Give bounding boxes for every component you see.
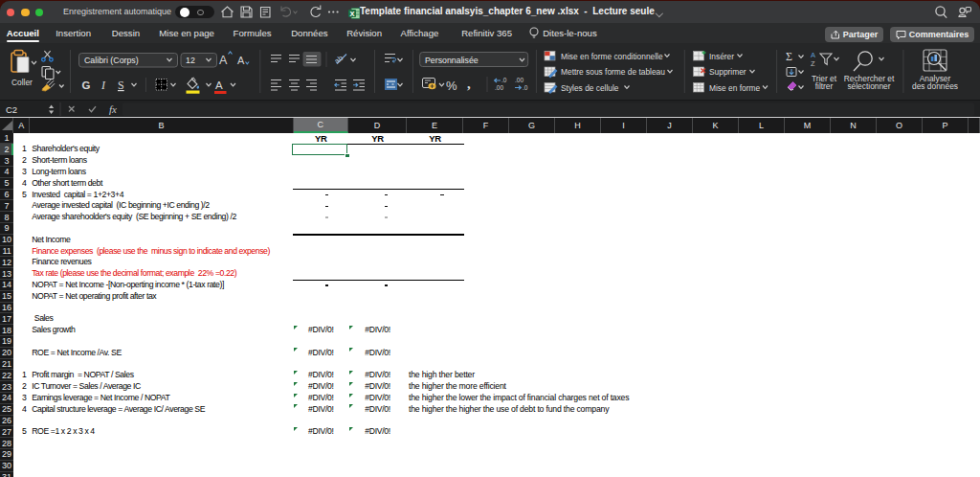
- svg-text:Calibri (Corps): Calibri (Corps): [84, 56, 139, 65]
- svg-text:Mise en forme conditionnelle: Mise en forme conditionnelle: [561, 52, 663, 61]
- svg-text:Σ: Σ: [786, 50, 792, 63]
- svg-text:I: I: [100, 79, 106, 92]
- svg-text:Mettre sous forme de tableau: Mettre sous forme de tableau: [561, 67, 665, 77]
- svg-text:G: G: [82, 80, 91, 91]
- svg-text:.0: .0: [523, 84, 528, 91]
- svg-text:Supprimer: Supprimer: [709, 67, 746, 77]
- svg-text:Coller: Coller: [11, 78, 33, 87]
- svg-text:.00: .00: [515, 77, 523, 83]
- svg-text:filtrer: filtrer: [815, 81, 834, 91]
- svg-text:A: A: [811, 51, 815, 59]
- svg-text:ab: ab: [333, 54, 345, 66]
- svg-text:S: S: [118, 79, 124, 92]
- svg-text:.00: .00: [495, 84, 503, 91]
- svg-text:Personnalisée: Personnalisée: [425, 56, 479, 65]
- svg-text:A: A: [215, 80, 223, 91]
- svg-text:.0: .0: [501, 77, 507, 83]
- svg-text:A: A: [237, 55, 245, 66]
- svg-text:des données: des données: [912, 81, 958, 91]
- svg-text:Insérer: Insérer: [709, 52, 734, 61]
- svg-text:X: X: [350, 10, 355, 18]
- svg-text:A: A: [219, 54, 228, 67]
- svg-text:Styles de cellule: Styles de cellule: [561, 83, 619, 93]
- svg-text:Z: Z: [811, 59, 815, 68]
- svg-text:,: ,: [467, 76, 471, 91]
- svg-text:%: %: [446, 79, 457, 93]
- svg-text:12: 12: [186, 56, 195, 65]
- svg-text:Mise en forme: Mise en forme: [709, 83, 760, 93]
- svg-text:fx: fx: [109, 103, 117, 115]
- svg-text:sélectionner: sélectionner: [847, 81, 890, 91]
